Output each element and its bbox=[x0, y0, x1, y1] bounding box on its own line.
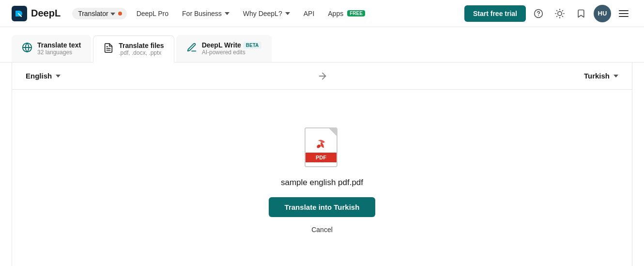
language-bar: English Turkish bbox=[12, 63, 632, 90]
help-icon bbox=[534, 9, 543, 18]
source-language-selector[interactable]: English bbox=[22, 70, 64, 82]
avatar[interactable]: HU bbox=[594, 5, 611, 22]
nav-deepl-pro[interactable]: DeepL Pro bbox=[131, 7, 174, 20]
tab-deepl-write-title: DeepL Write bbox=[202, 41, 241, 49]
why-deepl-chevron-icon bbox=[285, 12, 290, 15]
target-lang-chevron-icon bbox=[613, 75, 618, 78]
nav-apps[interactable]: Apps FREE bbox=[322, 7, 371, 20]
svg-line-6 bbox=[557, 10, 557, 11]
apps-free-badge: FREE bbox=[347, 10, 365, 16]
target-language-selector[interactable]: Turkish bbox=[580, 70, 622, 82]
source-lang-chevron-icon bbox=[56, 75, 61, 78]
bookmark-icon bbox=[576, 9, 586, 18]
pdf-label-badge: PDF bbox=[306, 153, 337, 162]
pencil-icon bbox=[186, 42, 197, 55]
tab-deepl-write-labels: DeepL Write BETA AI-powered edits bbox=[202, 41, 262, 56]
svg-line-7 bbox=[562, 16, 563, 16]
tab-translate-text-title: Translate text bbox=[37, 41, 81, 49]
svg-point-3 bbox=[558, 11, 562, 15]
tabs-row: Translate text 32 languages Translate fi… bbox=[0, 27, 644, 63]
for-business-chevron-icon bbox=[225, 12, 230, 15]
tab-translate-text[interactable]: Translate text 32 languages bbox=[12, 35, 91, 62]
header: DeepL Translator DeepL Pro For Business … bbox=[0, 0, 644, 27]
bookmark-button[interactable] bbox=[572, 5, 590, 22]
help-button[interactable] bbox=[530, 5, 547, 22]
file-area: PDF sample english pdf.pdf Translate int… bbox=[12, 90, 632, 266]
language-direction-arrow bbox=[64, 71, 580, 81]
translator-dot bbox=[118, 12, 122, 16]
menu-button[interactable] bbox=[615, 5, 632, 22]
nav-why-deepl[interactable]: Why DeepL? bbox=[237, 7, 296, 20]
beta-badge: BETA bbox=[243, 42, 261, 49]
hamburger-line-3 bbox=[619, 16, 629, 17]
pdf-document-shape: PDF bbox=[305, 127, 337, 167]
translator-badge[interactable]: Translator bbox=[72, 8, 127, 19]
globe-icon bbox=[22, 42, 32, 55]
start-free-trial-button[interactable]: Start free trial bbox=[464, 5, 526, 22]
pdf-file-icon: PDF bbox=[305, 127, 339, 170]
tab-translate-files-labels: Translate files .pdf, .docx, .pptx bbox=[119, 42, 164, 56]
nav-api[interactable]: API bbox=[298, 7, 321, 20]
tab-translate-files-title: Translate files bbox=[119, 42, 164, 49]
translator-area: English Turkish bbox=[12, 63, 632, 266]
arrow-right-icon bbox=[317, 71, 328, 81]
tab-translate-text-subtitle: 32 languages bbox=[37, 49, 81, 56]
deepl-logo-icon bbox=[12, 6, 27, 21]
svg-line-11 bbox=[562, 10, 563, 11]
tab-deepl-write-subtitle: AI-powered edits bbox=[202, 49, 262, 56]
tab-translate-text-labels: Translate text 32 languages bbox=[37, 41, 81, 56]
translate-into-turkish-button[interactable]: Translate into Turkish bbox=[269, 197, 375, 217]
uploaded-file-name: sample english pdf.pdf bbox=[281, 178, 363, 188]
file-icon bbox=[103, 43, 114, 56]
logo-area: DeepL bbox=[12, 6, 61, 21]
translator-chevron bbox=[110, 10, 115, 17]
cancel-button[interactable]: Cancel bbox=[306, 223, 338, 236]
header-actions: Start free trial bbox=[464, 5, 632, 22]
translator-label: Translator bbox=[78, 10, 108, 17]
sun-icon bbox=[555, 9, 565, 18]
theme-toggle-button[interactable] bbox=[551, 5, 568, 22]
svg-line-10 bbox=[557, 16, 557, 16]
logo-text: DeepL bbox=[31, 8, 61, 19]
hamburger-line-1 bbox=[619, 10, 629, 11]
source-language-label: English bbox=[26, 72, 52, 80]
nav-links: DeepL Pro For Business Why DeepL? API Ap… bbox=[131, 7, 460, 20]
nav-for-business[interactable]: For Business bbox=[176, 7, 235, 20]
tab-translate-files-subtitle: .pdf, .docx, .pptx bbox=[119, 49, 164, 56]
tab-deepl-write[interactable]: DeepL Write BETA AI-powered edits bbox=[176, 35, 272, 62]
hamburger-line-2 bbox=[619, 13, 629, 14]
tab-translate-files[interactable]: Translate files .pdf, .docx, .pptx bbox=[93, 35, 174, 63]
target-language-label: Turkish bbox=[584, 72, 610, 80]
